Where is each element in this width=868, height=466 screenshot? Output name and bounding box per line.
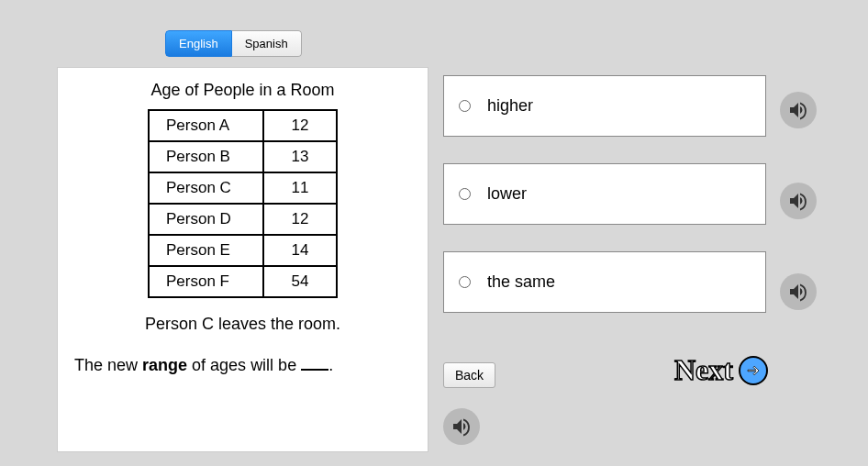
person-label: Person C: [149, 172, 263, 204]
answer-speakers: [780, 92, 817, 364]
speaker-icon[interactable]: [780, 273, 817, 310]
table-row: Person F54: [149, 266, 337, 297]
question-panel: Age of People in a Room Person A12 Perso…: [57, 67, 428, 452]
answer-option-higher[interactable]: higher: [443, 75, 766, 137]
table-row: Person E14: [149, 235, 337, 266]
back-button[interactable]: Back: [443, 362, 495, 388]
person-label: Person B: [149, 141, 263, 172]
person-age: 14: [263, 235, 337, 266]
radio-icon: [459, 276, 471, 288]
answer-text: the same: [487, 272, 555, 292]
answer-option-lower[interactable]: lower: [443, 163, 766, 225]
table-row: Person C11: [149, 172, 337, 204]
person-age: 11: [263, 172, 337, 204]
table-row: Person B13: [149, 141, 337, 172]
speaker-icon[interactable]: [443, 408, 480, 445]
radio-icon: [459, 100, 471, 112]
question-line-1: Person C leaves the room.: [65, 315, 420, 334]
next-label: Next: [674, 353, 733, 387]
arrow-right-icon: [739, 356, 768, 385]
next-button[interactable]: Next: [674, 353, 768, 387]
fill-blank: [301, 367, 328, 371]
person-label: Person E: [149, 235, 263, 266]
answer-option-same[interactable]: the same: [443, 251, 766, 313]
age-table: Person A12 Person B13 Person C11 Person …: [148, 109, 338, 298]
table-row: Person D12: [149, 204, 337, 235]
table-title: Age of People in a Room: [65, 81, 420, 100]
tab-spanish[interactable]: Spanish: [232, 30, 302, 57]
person-label: Person A: [149, 110, 263, 141]
language-tabs: English Spanish: [165, 30, 302, 57]
question-line-2: The new range of ages will be .: [65, 356, 420, 375]
tab-english[interactable]: English: [165, 30, 232, 57]
person-age: 12: [263, 204, 337, 235]
answer-list: higher lower the same: [443, 75, 766, 339]
person-label: Person F: [149, 266, 263, 297]
answer-text: lower: [487, 184, 527, 204]
radio-icon: [459, 188, 471, 200]
person-age: 13: [263, 141, 337, 172]
person-label: Person D: [149, 204, 263, 235]
person-age: 12: [263, 110, 337, 141]
table-row: Person A12: [149, 110, 337, 141]
speaker-icon[interactable]: [780, 92, 817, 128]
answer-text: higher: [487, 96, 533, 116]
person-age: 54: [263, 266, 337, 297]
speaker-icon[interactable]: [780, 183, 817, 219]
